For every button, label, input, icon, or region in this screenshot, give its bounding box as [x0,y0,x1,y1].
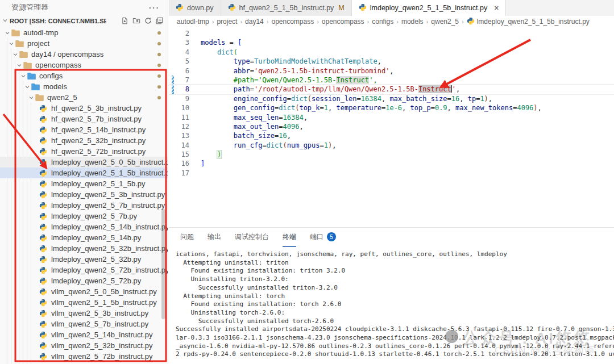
line-number: 5 [169,57,189,66]
tree-item[interactable]: lmdeploy_qwen2_5_32b_instruct.py [0,243,168,254]
watermark-subtext: CSDN @冰雪架构师 [495,344,595,357]
tree-item[interactable]: opencompass [0,60,168,70]
editor-tab[interactable]: down.py [169,0,221,16]
folder-icon [35,94,45,101]
breadcrumb-file[interactable]: lmdeploy_qwen2_5_1_5b_instruct.py [467,17,590,27]
breadcrumb-item[interactable]: opencompass [271,18,314,26]
breadcrumb-item[interactable]: project [217,18,237,26]
tree-item[interactable]: qwen2_5 [0,92,168,103]
python-file-icon [39,288,49,296]
panel-tab[interactable]: 调试控制台 [235,228,269,247]
tree-item[interactable]: hf_qwen2_5_32b_instruct.py [0,135,168,146]
terminal-line: Uninstalling triton-3.2.0: [176,275,614,284]
tab-label: hf_qwen2_5_1_5b_instruct.py [239,4,334,12]
modified-dot [157,96,161,99]
breadcrumb-item[interactable]: autodl-tmp [177,18,209,26]
tree-item-label: configs [39,72,63,80]
python-file-icon [39,245,49,253]
tree-item[interactable]: vllm_qwen2_5_72b_instruct.py [0,351,168,362]
code-line[interactable]: 9 engine_config=dict(session_len=16384, … [169,94,614,103]
new-file-icon[interactable] [121,17,128,24]
tree-item[interactable]: lmdeploy_qwen2_5_72b_instruct.py [0,265,168,275]
tree-item[interactable]: vllm_qwen2_5_14b_instruct.py [0,329,168,340]
tree-item[interactable]: lmdeploy_qwen2_5_32b.py [0,254,168,265]
code-line[interactable]: 7 #path='Qwen/Qwen2.5-1.5B-Instruct', [169,76,614,85]
breadcrumb-item[interactable]: opencompass [322,18,364,26]
more-actions-icon[interactable]: ··· [149,3,160,12]
tree-item[interactable]: vllm_qwen2_5_0_5b_instruct.py [0,286,168,297]
tree-item[interactable]: hf_qwen2_5_14b_instruct.py [0,124,168,135]
tree-item[interactable]: lmdeploy_qwen2_5_0_5b_instruct.py [0,157,168,168]
tree-item[interactable]: vllm_qwen2_5_72b.py [0,362,168,364]
editor-area: down.pyhf_qwen2_5_1_5b_instruct.pyMlmdep… [169,0,614,364]
tree-item-label: lmdeploy_qwen2_5_72b.py [51,277,141,285]
new-folder-icon[interactable] [132,17,140,24]
tree-item[interactable]: lmdeploy_qwen2_5_14b_instruct.py [0,221,168,232]
breadcrumb-item[interactable]: day14 [245,18,264,26]
tree-item-label: vllm_qwen2_5_0_5b_instruct.py [51,287,157,296]
python-file-icon [39,353,49,361]
tree-item[interactable]: vllm_qwen2_5_3b_instruct.py [0,308,168,319]
editor-tab[interactable]: lmdeploy_qwen2_5_1_5b_instruct.py× [352,0,507,16]
tab-close-icon[interactable]: × [494,3,499,12]
tree-item[interactable]: lmdeploy_qwen2_5_7b_instruct.py [0,200,168,211]
tree-item[interactable]: hf_qwen2_5_72b_instruct.py [0,146,168,157]
code-editor[interactable]: 23models = [4 dict(5 type=TurboMindModel… [169,27,614,227]
line-number: 6 [169,66,189,76]
code-line[interactable]: 4 dict( [169,48,614,57]
tree-item[interactable]: lmdeploy_qwen2_5_14b.py [0,232,168,243]
tree-item[interactable]: day14 / opencompass [0,49,168,60]
tree-item[interactable]: vllm_qwen2_5_7b_instruct.py [0,319,168,329]
python-file-icon [39,342,49,350]
breadcrumb-item[interactable]: qwen2_5 [431,18,459,26]
code-line[interactable]: 2 [169,29,614,38]
code-line[interactable]: 17 [169,169,614,178]
panel-tab[interactable]: 端口5 [310,228,336,247]
tree-item-label: hf_qwen2_5_14b_instruct.py [51,125,146,134]
code-line[interactable]: 11 max_seq_len=16384, [169,113,614,122]
line-number: 3 [169,38,189,47]
tree-item-label: day14 / opencompass [31,50,103,58]
code-line[interactable]: 8 path='/root/autodl-tmp/llm/Qwen/Qwen2.… [169,85,614,94]
tree-item[interactable]: hf_qwen2_5_7b_instruct.py [0,114,168,124]
code-line[interactable]: 3models = [ [169,38,614,47]
tree-item[interactable]: project [0,38,168,49]
panel-tab[interactable]: 终端 [283,228,296,247]
breadcrumb-item[interactable]: configs [372,18,393,26]
code-line[interactable]: 13 batch_size=16, [169,131,614,140]
code-line[interactable]: 5 type=TurboMindModelwithChatTemplate, [169,57,614,66]
python-file-icon [39,115,49,123]
tree-item[interactable]: lmdeploy_qwen2_5_7b.py [0,211,168,221]
sidebar-scrollbar[interactable] [161,209,165,319]
python-file-icon [39,320,49,328]
tree-item[interactable]: vllm_qwen2_5_1_5b_instruct.py [0,297,168,308]
tree-item[interactable]: lmdeploy_qwen2_5_1_5b_instruct.py [0,168,168,178]
tree-item[interactable]: models [0,81,168,92]
code-line[interactable]: 6 abbr='qwen2.5-1.5b-instruct-turbomind'… [169,66,614,76]
chevron-down-icon [2,17,9,25]
refresh-icon[interactable] [144,17,152,24]
tree-item[interactable]: autodl-tmp [0,27,168,38]
tree-item[interactable]: lmdeploy_qwen2_5_72b.py [0,275,168,286]
breadcrumb-item[interactable]: models [401,18,424,26]
tree-item[interactable]: hf_qwen2_5_3b_instruct.py [0,103,168,114]
folder-icon [23,61,33,69]
tree-item-label: hf_qwen2_5_32b_instruct.py [51,136,146,145]
terminal-line: Found existing installation: triton 3.2.… [176,267,614,275]
panel-tab[interactable]: 输出 [208,228,221,247]
code-line[interactable]: 14 run_cfg=dict(num_gpus=1), [169,141,614,150]
collapse-all-icon[interactable] [156,17,163,24]
tree-item[interactable]: configs [0,70,168,81]
python-file-icon [39,256,49,263]
root-section-header[interactable]: ROOT [SSH: CONNECT.NMB1.SEETACLOU... [0,15,168,27]
code-line[interactable]: 16] [169,159,614,168]
panel-tab[interactable]: 问题 [180,228,194,247]
editor-tab[interactable]: hf_qwen2_5_1_5b_instruct.pyM [221,0,352,16]
tree-item-label: hf_qwen2_5_72b_instruct.py [51,147,146,156]
code-line[interactable]: 12 max_out_len=4096, [169,122,614,131]
code-line[interactable]: 10 gen_config=dict(top_k=1, temperature=… [169,103,614,112]
tree-item[interactable]: lmdeploy_qwen2_5_1_5b.py [0,178,168,189]
code-line[interactable]: 15 ) [169,150,614,159]
tree-item[interactable]: lmdeploy_qwen2_5_3b_instruct.py [0,189,168,200]
tree-item[interactable]: vllm_qwen2_5_32b_instruct.py [0,340,168,351]
